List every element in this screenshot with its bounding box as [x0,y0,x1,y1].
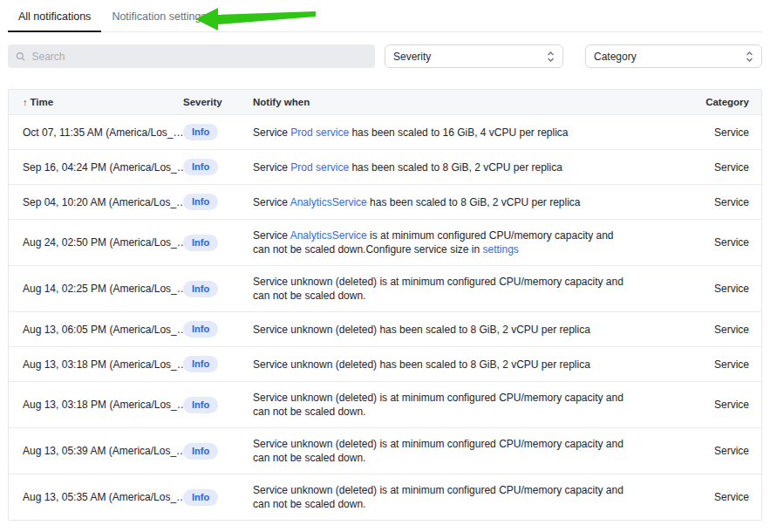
cell-severity: Info [183,397,253,413]
cell-severity: Info [183,281,253,297]
severity-select[interactable]: Severity [385,44,563,68]
severity-badge: Info [183,397,218,413]
table-row: Aug 13, 06:05 PM (America/Los_…InfoServi… [9,311,761,346]
cell-notify-when: Service unknown (deleted) has been scale… [253,323,658,337]
notifications-page: All notifications Notification settings … [0,2,770,532]
severity-badge: Info [183,235,218,251]
tab-all-notifications[interactable]: All notifications [8,2,101,32]
tab-bar: All notifications Notification settings [8,2,762,32]
cell-time: Aug 24, 02:50 PM (America/Los_… [9,236,183,249]
cell-severity: Info [183,321,253,338]
cell-notify-when: Service unknown (deleted) is at minimum … [253,391,658,419]
cell-time: Sep 16, 04:24 PM (America/Los_… [9,161,183,174]
table-row: Aug 24, 02:50 PM (America/Los_…InfoServi… [9,219,761,265]
cell-notify-when: Service unknown (deleted) has been scale… [253,358,658,372]
severity-badge: Info [183,124,218,140]
notify-text: Service unknown (deleted) is at minimum … [253,484,623,510]
search-icon [16,51,25,62]
notify-link[interactable]: AnalyticsService [290,229,367,242]
notify-text: Service unknown (deleted) has been scale… [253,358,590,371]
column-header-severity: Severity [183,97,253,107]
cell-notify-when: Service Prod service has been scaled to … [253,126,658,140]
table-row: Aug 13, 03:18 PM (America/Los_…InfoServi… [9,346,761,381]
table-body: Oct 07, 11:35 AM (America/Los_…InfoServi… [9,114,761,520]
cell-time: Aug 13, 03:18 PM (America/Los_… [9,399,183,411]
notify-text: Service [253,161,290,174]
cell-notify-when: Service AnalyticsService is at minimum c… [253,228,658,256]
cell-category: Service [683,491,761,503]
notify-text: Service [253,229,290,242]
cell-category: Service [683,283,761,295]
category-select[interactable]: Category [585,44,762,68]
tab-notification-settings[interactable]: Notification settings [101,2,216,31]
cell-time: Oct 07, 11:35 AM (America/Los_… [9,126,183,139]
cell-severity: Info [183,194,253,210]
table-row: Sep 04, 10:20 AM (America/Los_…InfoServi… [9,184,761,219]
cell-time: Sep 04, 10:20 AM (America/Los_… [9,196,183,208]
category-select-label: Category [594,51,637,63]
notify-link[interactable]: AnalyticsService [290,196,367,208]
notifications-table: ↑ Time Severity Notify when Category Oct… [8,89,762,521]
severity-badge: Info [183,443,218,460]
notify-link[interactable]: settings [482,243,518,256]
notify-text: Service unknown (deleted) is at minimum … [253,276,623,302]
column-header-time[interactable]: ↑ Time [9,97,183,107]
cell-category: Service [683,399,761,411]
cell-time: Aug 13, 05:35 AM (America/Los_… [9,491,183,503]
severity-badge: Info [183,321,218,338]
table-row: Oct 07, 11:35 AM (America/Los_…InfoServi… [9,114,761,149]
cell-severity: Info [183,356,253,372]
notify-text: has been scaled to 8 GiB, 2 vCPU per rep… [349,161,562,174]
cell-notify-when: Service AnalyticsService has been scaled… [253,195,658,209]
cell-category: Service [683,324,761,336]
column-header-time-label: Time [31,97,54,107]
cell-category: Service [683,445,761,457]
table-row: Aug 13, 05:39 AM (America/Los_…InfoServi… [9,427,761,474]
severity-badge: Info [183,159,218,175]
cell-notify-when: Service unknown (deleted) is at minimum … [253,437,658,465]
cell-notify-when: Service unknown (deleted) is at minimum … [253,483,658,511]
column-header-notify-when: Notify when [253,97,683,107]
notify-text: Service unknown (deleted) has been scale… [253,324,590,336]
sort-ascending-icon: ↑ [23,97,28,107]
notify-link[interactable]: Prod service [290,161,349,174]
column-header-category: Category [683,97,761,107]
cell-time: Aug 14, 02:25 PM (America/Los_… [9,283,183,295]
cell-category: Service [683,126,761,139]
cell-time: Aug 13, 03:18 PM (America/Los_… [9,358,183,371]
cell-category: Service [683,236,761,249]
table-row: Aug 14, 02:25 PM (America/Los_…InfoServi… [9,265,761,311]
cell-category: Service [683,196,761,208]
cell-category: Service [683,161,761,174]
notify-text: has been scaled to 8 GiB, 2 vCPU per rep… [367,196,581,208]
table-row: Aug 13, 05:35 AM (America/Los_…InfoServi… [9,474,761,520]
cell-severity: Info [183,235,253,251]
notify-link[interactable]: Prod service [290,126,349,139]
notify-text: has been scaled to 16 GiB, 4 vCPU per re… [349,126,568,139]
cell-time: Aug 13, 05:39 AM (America/Los_… [9,445,183,457]
cell-category: Service [683,358,761,371]
notify-text: Service [253,126,290,139]
cell-severity: Info [183,124,253,140]
severity-badge: Info [183,281,218,297]
severity-badge: Info [183,194,218,210]
cell-time: Aug 13, 06:05 PM (America/Los_… [9,324,183,336]
table-row: Sep 16, 04:24 PM (America/Los_…InfoServi… [9,149,761,184]
notify-text: Service unknown (deleted) is at minimum … [253,438,623,464]
search-input[interactable] [31,51,367,63]
cell-notify-when: Service unknown (deleted) is at minimum … [253,275,658,303]
table-header-row: ↑ Time Severity Notify when Category [9,90,761,114]
chevron-updown-icon [746,51,753,63]
cell-severity: Info [183,443,253,460]
filter-controls: Severity Category [8,44,762,68]
severity-badge: Info [183,356,218,372]
table-row: Aug 13, 03:18 PM (America/Los_…InfoServi… [9,381,761,427]
chevron-updown-icon [547,51,555,63]
severity-select-label: Severity [393,51,431,63]
cell-notify-when: Service Prod service has been scaled to … [253,160,658,174]
cell-severity: Info [183,159,253,175]
notify-text: Service unknown (deleted) is at minimum … [253,392,623,418]
notify-text: Service [253,196,290,208]
search-box[interactable] [8,44,375,68]
cell-severity: Info [183,489,253,506]
